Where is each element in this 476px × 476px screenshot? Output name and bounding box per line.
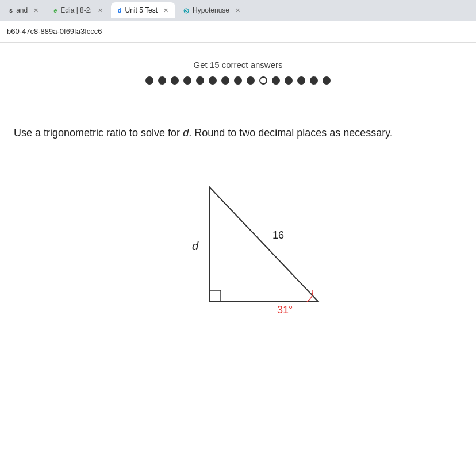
tab-edia-icon: e	[53, 7, 57, 14]
divider	[0, 102, 476, 102]
progress-dot-4	[183, 76, 191, 85]
question-text: Use a trigonometric ratio to solve for d…	[14, 125, 462, 141]
tab-and-label: and	[16, 6, 28, 14]
progress-dot-2	[158, 76, 166, 85]
tab-edia-label: Edia | 8-2:	[60, 6, 91, 14]
progress-label: Get 15 correct answers	[193, 60, 282, 70]
question-section: Use a trigonometric ratio to solve for d…	[0, 125, 476, 325]
question-text-before: Use a trigonometric ratio to solve for	[14, 127, 183, 139]
progress-dot-15	[323, 76, 331, 85]
progress-dot-6	[209, 76, 217, 85]
progress-dot-9	[247, 76, 255, 85]
page-content: Get 15 correct answers Use a trigonometr…	[0, 43, 476, 476]
svg-marker-0	[209, 187, 318, 302]
hypotenuse-label: 16	[272, 229, 284, 241]
progress-dot-12	[285, 76, 293, 85]
progress-dot-1	[145, 76, 153, 85]
tab-hyp-close[interactable]: ✕	[235, 7, 240, 14]
progress-dot-11	[272, 76, 280, 85]
tab-unit5[interactable]: d Unit 5 Test ✕	[111, 2, 175, 18]
progress-dot-13	[297, 76, 305, 85]
progress-dot-10	[259, 76, 267, 85]
address-bar: b60-47c8-889a-0f69fa3fccc6	[0, 21, 476, 43]
address-text: b60-47c8-889a-0f69fa3fccc6	[7, 27, 102, 36]
tab-and-close[interactable]: ✕	[33, 7, 39, 14]
progress-dot-8	[234, 76, 242, 85]
tab-unit5-icon: d	[118, 7, 122, 14]
tab-unit5-close[interactable]: ✕	[163, 7, 168, 14]
question-text-after: . Round to two decimal places as necessa…	[189, 127, 393, 139]
diagram-container: d 16 31°	[14, 164, 462, 325]
question-variable: d	[183, 127, 189, 139]
progress-dot-7	[221, 76, 229, 85]
angle-label: 31°	[277, 304, 293, 316]
tab-hyp-icon: ◎	[183, 7, 189, 14]
progress-dot-3	[171, 76, 179, 85]
dots-container	[145, 76, 331, 85]
tab-edia-close[interactable]: ✕	[98, 7, 103, 14]
tab-bar: s and ✕ e Edia | 8-2: ✕ d Unit 5 Test ✕ …	[0, 0, 476, 21]
tab-hypotenuse[interactable]: ◎ Hypotenuse ✕	[176, 2, 247, 18]
triangle-diagram: d 16 31°	[129, 164, 347, 325]
tab-edia[interactable]: e Edia | 8-2: ✕	[47, 2, 110, 18]
tab-and-icon: s	[9, 7, 13, 14]
progress-section: Get 15 correct answers	[145, 60, 331, 85]
progress-dot-14	[310, 76, 318, 85]
side-d-label: d	[192, 240, 199, 252]
svg-rect-1	[209, 290, 221, 302]
progress-dot-5	[196, 76, 204, 85]
tab-unit5-label: Unit 5 Test	[125, 6, 158, 14]
tab-hyp-label: Hypotenuse	[193, 6, 229, 14]
tab-and[interactable]: s and ✕	[2, 2, 45, 18]
